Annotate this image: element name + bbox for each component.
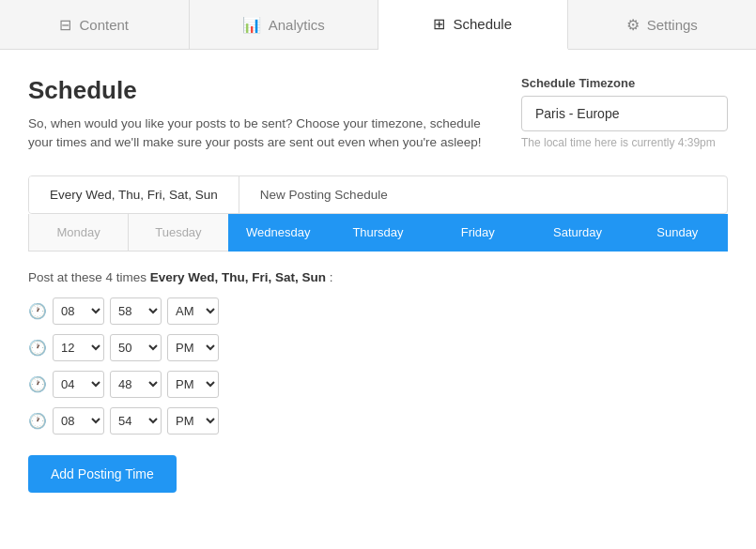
timezone-label: Schedule Timezone [521,76,728,90]
post-times-suffix: : [326,270,333,284]
day-sunday-label: Sunday [656,225,698,239]
time-row-2: 🕐 12010203 04050607 08091011 50000510 15… [28,334,728,361]
clock-icon-3: 🕐 [28,375,47,393]
layout-row: Schedule So, when would you like your po… [28,76,728,175]
schedule-icon: ⊞ [433,15,445,33]
clock-icon-4: 🕐 [28,412,47,430]
schedule-tab-existing-label: Every Wed, Thu, Fri, Sat, Sun [50,188,218,202]
hour-select-4[interactable]: 08010203 04050607 09101112 [53,407,104,435]
hour-select-2[interactable]: 12010203 04050607 08091011 [53,334,104,361]
timezone-input[interactable] [521,96,728,131]
day-friday-label: Friday [461,225,495,239]
minute-select-4[interactable]: 54000510 15202530 3540455055 [110,407,162,435]
timezone-hint: The local time here is currently 4:39pm [521,136,728,149]
add-posting-time-button[interactable]: Add Posting Time [28,455,177,493]
time-rows: 🕐 08010203 04050607 09101112 58000510 15… [28,297,728,435]
ampm-select-3[interactable]: PMAM [167,371,219,398]
day-tab-monday[interactable]: Monday [28,214,128,252]
ampm-select-1[interactable]: AMPM [167,297,219,325]
minute-select-2[interactable]: 50000510 15202530 3540455558 [110,334,162,361]
tab-settings[interactable]: ⚙ Settings [568,0,757,49]
tab-analytics[interactable]: 📊 Analytics [190,0,379,49]
day-tab-thursday[interactable]: Thursday [328,214,427,252]
tab-schedule[interactable]: ⊞ Schedule [378,0,568,50]
day-tab-saturday[interactable]: Saturday [527,214,626,252]
schedule-tab-new-label: New Posting Schedule [260,188,388,202]
analytics-icon: 📊 [242,16,261,34]
day-thursday-label: Thursday [352,225,403,239]
post-times-prefix: Post at these 4 times [28,270,150,284]
minute-select-3[interactable]: 48000510 15202530 3540455055 [110,371,162,398]
day-tab-sunday[interactable]: Sunday [627,214,728,252]
hour-select-3[interactable]: 04010203 05060708 09101112 [53,371,104,398]
time-row-3: 🕐 04010203 05060708 09101112 48000510 15… [28,371,728,398]
tab-content[interactable]: ⊟ Content [0,0,190,49]
schedule-tab-new[interactable]: New Posting Schedule [239,176,409,213]
day-tab-wednesday[interactable]: Wednesday [228,214,328,252]
time-row-4: 🕐 08010203 04050607 09101112 54000510 15… [28,407,728,435]
ampm-select-4[interactable]: PMAM [167,407,219,435]
settings-icon: ⚙ [626,16,640,34]
top-tab-bar: ⊟ Content 📊 Analytics ⊞ Schedule ⚙ Setti… [0,0,756,50]
post-times-label: Post at these 4 times Every Wed, Thu, Fr… [28,270,728,284]
minute-select-1[interactable]: 58000510 15202530 3540455055 [110,297,162,325]
schedule-tab-bar: Every Wed, Thu, Fri, Sat, Sun New Postin… [28,175,728,214]
day-monday-label: Monday [57,225,100,239]
day-saturday-label: Saturday [553,225,602,239]
clock-icon-2: 🕐 [28,339,47,357]
clock-icon-1: 🕐 [28,302,47,320]
day-wednesday-label: Wednesday [246,225,310,239]
time-row-1: 🕐 08010203 04050607 09101112 58000510 15… [28,297,728,325]
hour-select-1[interactable]: 08010203 04050607 09101112 [53,297,104,325]
tab-content-label: Content [79,17,129,33]
ampm-select-2[interactable]: PMAM [167,334,219,361]
schedule-tab-existing[interactable]: Every Wed, Thu, Fri, Sat, Sun [29,176,239,213]
day-tuesday-label: Tuesday [155,225,201,239]
main-content: Schedule So, when would you like your po… [0,50,756,511]
day-tab-friday[interactable]: Friday [427,214,527,252]
left-section: Schedule So, when would you like your po… [28,76,502,175]
page-title: Schedule [28,76,502,105]
page-description: So, when would you like your posts to be… [28,114,502,153]
content-icon: ⊟ [59,16,71,34]
tab-analytics-label: Analytics [269,17,325,33]
day-tab-bar: Monday Tuesday Wednesday Thursday Friday… [28,214,728,252]
post-times-days: Every Wed, Thu, Fri, Sat, Sun [150,270,326,284]
timezone-section: Schedule Timezone The local time here is… [521,76,728,149]
tab-schedule-label: Schedule [453,16,512,32]
day-tab-tuesday[interactable]: Tuesday [128,214,227,252]
tab-settings-label: Settings [647,17,698,33]
